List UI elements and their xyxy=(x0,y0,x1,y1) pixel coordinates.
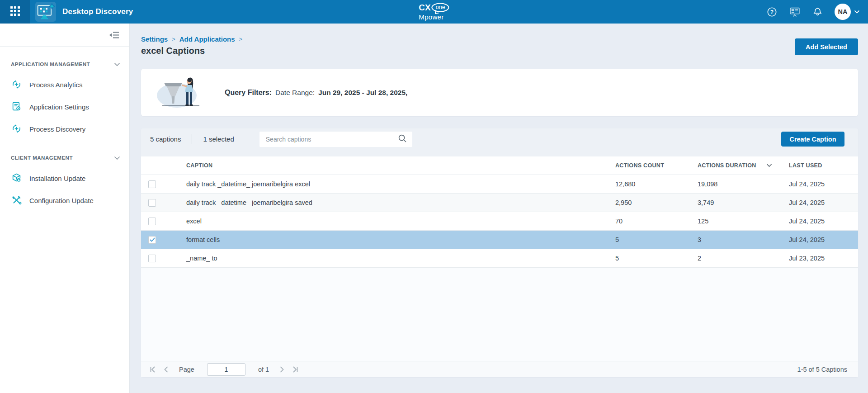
actions-duration-cell: 2 xyxy=(698,255,789,262)
cxone-mpower-logo: CX one Mpower xyxy=(419,3,449,21)
desktop-discovery-logo-icon xyxy=(35,2,56,22)
configuration-update-icon xyxy=(11,195,22,207)
first-page-icon[interactable] xyxy=(149,366,156,373)
captions-toolbar: 5 captions 1 selected Create Caption xyxy=(141,128,858,150)
row-checkbox[interactable] xyxy=(148,199,156,207)
next-page-icon[interactable] xyxy=(278,366,285,373)
sidebar-item-process-analytics[interactable]: Process Analytics xyxy=(0,74,129,96)
last-used-cell: Jul 24, 2025 xyxy=(789,236,858,243)
column-header-last-used[interactable]: LAST USED xyxy=(789,162,858,169)
breadcrumb-link-add-applications[interactable]: Add Applications xyxy=(179,35,235,43)
breadcrumb-separator: > xyxy=(239,36,243,43)
table-row[interactable]: format cells 5 3 Jul 24, 2025 xyxy=(141,231,858,249)
last-used-cell: Jul 24, 2025 xyxy=(789,218,858,225)
actions-count-cell: 2,950 xyxy=(615,199,698,206)
section-label: CLIENT MANAGEMENT xyxy=(11,155,73,161)
actions-count-cell: 5 xyxy=(615,236,698,243)
brand: Desktop Discovery xyxy=(35,2,133,22)
process-analytics-icon xyxy=(11,79,22,91)
actions-count-cell: 5 xyxy=(615,255,698,262)
logo-cx: CX xyxy=(419,3,430,12)
divider xyxy=(192,134,192,144)
breadcrumb-separator: > xyxy=(172,36,175,43)
sidebar-item-installation-update[interactable]: Installation Update xyxy=(0,167,129,189)
table-row[interactable]: daily track _datetime_ joemaribelgira ex… xyxy=(141,175,858,194)
search-input[interactable] xyxy=(266,136,398,143)
column-header-actions-duration[interactable]: ACTIONS DURATION xyxy=(698,162,789,169)
sidebar-item-process-discovery[interactable]: Process Discovery xyxy=(0,118,129,140)
avatar[interactable]: NA xyxy=(835,4,851,20)
pagination-footer: Page of 1 1-5 of 5 Captions xyxy=(141,361,858,377)
caption-cell: _name_ to xyxy=(186,255,615,262)
sidebar-item-application-settings[interactable]: Application Settings xyxy=(0,96,129,118)
table-header-row: CAPTION ACTIONS COUNT ACTIONS DURATION L… xyxy=(141,156,858,175)
page-label: Page xyxy=(179,366,194,373)
section-header-client-management[interactable]: CLIENT MANAGEMENT xyxy=(0,153,129,163)
search-box[interactable] xyxy=(259,132,412,147)
actions-count-cell: 12,680 xyxy=(615,180,698,188)
main-content: Settings > Add Applications > excel Capt… xyxy=(130,24,868,393)
captions-count: 5 captions xyxy=(150,135,181,143)
sidebar-item-label: Configuration Update xyxy=(29,197,94,204)
breadcrumb-link-settings[interactable]: Settings xyxy=(141,35,168,43)
last-used-cell: Jul 24, 2025 xyxy=(789,180,858,188)
caption-cell: excel xyxy=(186,218,615,225)
table-row[interactable]: _name_ to 5 2 Jul 23, 2025 xyxy=(141,249,858,268)
row-checkbox[interactable] xyxy=(148,180,156,188)
chevron-down-icon xyxy=(114,60,120,68)
table-row[interactable]: excel 70 125 Jul 24, 2025 xyxy=(141,212,858,231)
actions-duration-cell: 125 xyxy=(698,218,789,225)
query-filters-card: Query Filters: Date Range: Jun 29, 2025 … xyxy=(141,69,858,116)
breadcrumb: Settings > Add Applications > xyxy=(141,35,242,43)
logo-one-bubble: one xyxy=(432,3,449,12)
page-number-input[interactable] xyxy=(207,363,245,376)
sidebar-item-label: Installation Update xyxy=(29,175,85,182)
top-actions: ? NA xyxy=(767,4,868,20)
logo-mpower: Mpower xyxy=(419,14,449,21)
installation-update-icon xyxy=(11,173,22,185)
column-header-caption[interactable]: CAPTION xyxy=(186,162,615,169)
caption-cell: daily track _datetime_ joemaribelgira sa… xyxy=(186,199,615,206)
svg-text:?: ? xyxy=(770,9,774,15)
caption-cell: format cells xyxy=(186,236,615,243)
sidebar: APPLICATION MANAGEMENT xyxy=(0,24,130,393)
row-checkbox[interactable] xyxy=(148,255,156,262)
date-range-value: Jun 29, 2025 - Jul 28, 2025, xyxy=(318,89,407,97)
sidebar-section-client-management: CLIENT MANAGEMENT xyxy=(0,153,129,212)
sidebar-item-label: Application Settings xyxy=(29,103,89,111)
last-page-icon[interactable] xyxy=(292,366,299,373)
page-title: excel Captions xyxy=(141,46,242,56)
table-empty-area xyxy=(141,268,858,361)
table-row[interactable]: daily track _datetime_ joemaribelgira sa… xyxy=(141,194,858,212)
section-header-application-management[interactable]: APPLICATION MANAGEMENT xyxy=(0,59,129,69)
last-used-cell: Jul 24, 2025 xyxy=(789,199,858,206)
actions-duration-cell: 3,749 xyxy=(698,199,789,206)
chevron-down-icon xyxy=(114,154,120,162)
top-bar: Desktop Discovery CX one Mpower ? xyxy=(0,0,868,24)
app-title: Desktop Discovery xyxy=(62,7,133,16)
row-checkbox[interactable] xyxy=(148,236,156,244)
help-icon[interactable]: ? xyxy=(767,7,777,17)
caption-cell: daily track _datetime_ joemaribelgira ex… xyxy=(186,180,615,188)
user-menu[interactable]: NA xyxy=(835,4,860,20)
last-used-cell: Jul 23, 2025 xyxy=(789,255,858,262)
chevron-down-icon xyxy=(854,8,860,16)
search-icon[interactable] xyxy=(398,134,407,145)
collapse-sidebar-icon[interactable] xyxy=(109,31,119,39)
create-caption-button[interactable]: Create Caption xyxy=(781,132,844,147)
sidebar-item-configuration-update[interactable]: Configuration Update xyxy=(0,189,129,212)
date-range-label: Date Range: xyxy=(275,89,315,97)
row-checkbox[interactable] xyxy=(148,218,156,225)
app-launcher-button[interactable] xyxy=(0,0,30,24)
presentation-board-icon[interactable] xyxy=(789,6,801,18)
selected-count: 1 selected xyxy=(203,135,234,143)
add-selected-button[interactable]: Add Selected xyxy=(795,38,858,55)
notifications-bell-icon[interactable] xyxy=(812,6,823,17)
actions-duration-cell: 19,098 xyxy=(698,180,789,188)
sort-chevron-icon[interactable] xyxy=(766,162,772,169)
column-header-actions-count[interactable]: ACTIONS COUNT xyxy=(615,162,698,169)
query-filters-label: Query Filters: xyxy=(225,89,272,97)
application-settings-icon xyxy=(11,101,22,113)
actions-count-cell: 70 xyxy=(615,218,698,225)
prev-page-icon[interactable] xyxy=(163,366,170,373)
